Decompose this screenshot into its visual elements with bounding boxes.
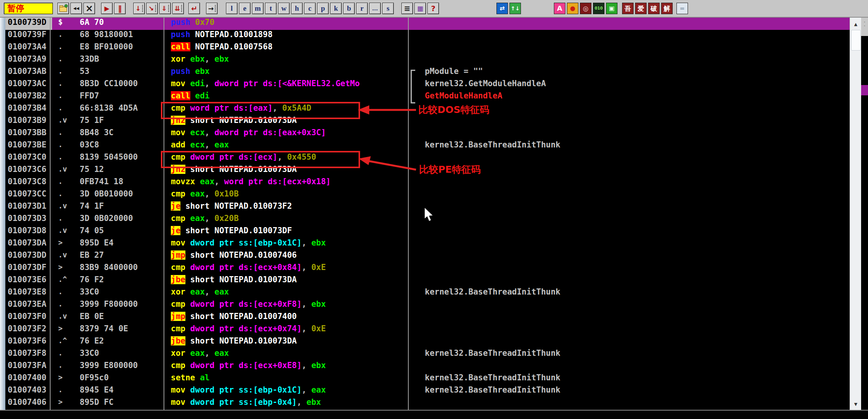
disasm-row[interactable]: 010073D3.3D 0B020000cmp eax, 0x20B [5,214,850,226]
view-runtrace-button[interactable]: ... [369,3,381,14]
plugin-ai-button[interactable]: 爱 [635,3,647,14]
disasm-row[interactable]: 010073AB.53push ebxpModule = "" [5,67,850,79]
disasm-row[interactable]: 010073E6.^76 F2jbe short NOTEPAD.010073D… [5,275,850,287]
view-cpu-button[interactable]: c [304,3,316,14]
disasm-row[interactable]: 010073BB.8B48 3Cmov ecx, dword ptr ds:[e… [5,128,850,140]
plugin-updown-button[interactable]: ↑↓ [509,3,521,14]
plugin-binary-button[interactable]: 010 [593,3,604,14]
instruction-token: eax [200,177,215,186]
disasm-row[interactable]: 01007400>0F95c0setne alkernel32.BaseThre… [5,373,850,385]
address-cell: 01007403 [5,385,52,398]
disasm-row[interactable]: 010073EA.3999 F800000cmp dword ptr ds:[e… [5,300,850,312]
disasm-row[interactable]: 010073E8.33C0xor eax, eaxkernel32.BaseTh… [5,287,850,300]
pause-button[interactable]: ‖ [114,3,126,14]
scrollbar-thumb[interactable] [851,30,861,51]
flow-prefix-cell: .v [52,165,80,177]
help-button[interactable]: ? [427,3,439,14]
plugin-swap-button[interactable]: ⇄ [496,3,508,14]
disasm-row[interactable]: 010073AC.8B3D CC10000mov edi, dword ptr … [5,79,850,91]
disasm-row[interactable]: 010073FA.3999 E800000cmp dword ptr ds:[e… [5,361,850,373]
address-cell: 010073F6 [5,336,52,349]
disasm-row[interactable]: 010073BE.03C8add ecx, eaxkernel32.BaseTh… [5,140,850,152]
address-cell: 010073D8 [5,226,52,238]
plugin-wu-button[interactable]: 吾 [622,3,634,14]
disasm-row[interactable]: 010073B9.v75 1Fjnz short NOTEPAD.010073D… [5,116,850,128]
vertical-scrollbar[interactable]: ▲ ▼ [850,18,861,410]
flow-prefix-cell: > [52,263,80,275]
scroll-down-button[interactable]: ▼ [850,399,861,409]
disasm-row[interactable]: 010073D8.v74 05je short NOTEPAD.010073DF [5,226,850,238]
view-callstack-button[interactable]: k [330,3,342,14]
disasm-row[interactable]: 0100739F.68 98180001push NOTEPAD.0100189… [5,30,850,42]
flow-prefix-cell: . [52,214,80,226]
plugin-jie-button[interactable]: 解 [661,3,673,14]
step-over-button[interactable]: ↘ [146,3,158,14]
view-source-button[interactable]: s [382,3,394,14]
view-executables-button[interactable]: e [239,3,251,14]
disasm-row[interactable]: 01007403.8945 E4mov dword ptr ss:[ebp-0x… [5,385,850,398]
run-button[interactable]: ▶ [101,3,113,14]
disasm-row[interactable]: 010073B2.FFD7call ediGetModuleHandleA [5,91,850,103]
plugin-a-button[interactable]: A [554,3,565,14]
animate-into-button[interactable]: ⇓ [159,3,171,14]
instruction-token: , [301,385,311,394]
plugin-blank-button[interactable]: = [676,3,688,14]
view-log-button[interactable]: l [226,3,237,14]
instruction-token: eax [190,214,205,223]
bottom-bar [0,411,868,419]
scroll-up-button[interactable]: ▲ [850,19,861,29]
animate-over-button[interactable]: ⇊ [172,3,184,14]
instruction-cell: mov dword ptr ss:[ebp-0x4], ebx [167,398,415,410]
disasm-row[interactable]: 010073F8.33C0xor eax, eaxkernel32.BaseTh… [5,349,850,361]
appearance-button[interactable]: ▦ [414,3,426,14]
disasm-row[interactable]: 010073F2>8379 74 0Ecmp dword ptr ds:[ecx… [5,324,850,336]
disasm-row[interactable]: 01007406>895D FCmov dword ptr ss:[ebp-0x… [5,398,850,410]
disasm-row[interactable]: 010073D1.v74 1Fje short NOTEPAD.010073F2 [5,201,850,214]
disasm-row[interactable]: 010073DD.vEB 27jmp short NOTEPAD.0100740… [5,250,850,263]
comment-cell [415,177,850,189]
view-windows-button[interactable]: w [278,3,290,14]
execute-till-return-button[interactable]: ↵ [188,3,200,14]
disasm-row[interactable]: 010073DF>83B9 8400000cmp dword ptr ds:[e… [5,263,850,275]
disasm-row[interactable]: 010073DA>895D E4mov dword ptr ss:[ebp-0x… [5,238,850,250]
plugin-circle-button[interactable]: ● [567,3,578,14]
disasm-row[interactable]: 010073F6.^76 E2jbe short NOTEPAD.010073D… [5,336,850,349]
flow-prefix-cell: . [52,300,80,312]
comment-cell [415,128,850,140]
instruction-token: , [297,398,306,407]
instruction-token [185,79,190,88]
address-column-divider[interactable] [50,18,51,410]
disasm-row[interactable]: 010073F0.vEB 0Ejmp short NOTEPAD.0100740… [5,312,850,324]
disasm-row[interactable]: 010073CC.3D 0B010000cmp eax, 0x10B [5,189,850,201]
execute-till-user-code-button[interactable]: → [206,3,218,14]
disasm-row[interactable]: 010073A4.E8 BF010000call NOTEPAD.0100756… [5,42,850,54]
opcode-bytes-cell: 6A 70 [80,18,167,30]
disasm-row[interactable]: 010073A9.33DBxor ebx, ebx [5,54,850,67]
plugin-window-button[interactable]: ▣ [606,3,617,14]
instruction-token: eax [311,385,326,394]
view-memory-button[interactable]: m [252,3,264,14]
windows-list-button[interactable]: ≡ [401,3,413,14]
step-into-button[interactable]: ↓ [133,3,145,14]
open-file-button[interactable] [57,3,69,14]
plugin-po-button[interactable]: 破 [648,3,660,14]
plugin-target-button[interactable]: ◎ [580,3,591,14]
view-handles-button[interactable]: h [291,3,303,14]
instruction-token [185,140,190,149]
close-button[interactable]: × [84,3,95,14]
view-patches-button[interactable]: p [317,3,329,14]
address-cell: 010073AC [5,79,52,91]
view-breakpoints-button[interactable]: b [343,3,355,14]
instruction-token: edi [190,79,205,88]
comment-column-divider[interactable] [408,18,409,410]
comment-text: kernel32.BaseThreadInitThunk [425,373,560,382]
instruction-token [195,373,200,382]
view-references-button[interactable]: r [356,3,368,14]
disassembly-pane[interactable]: 0100739D$6A 70push 0x700100739F.68 98180… [5,18,850,410]
view-threads-button[interactable]: t [265,3,277,14]
disasm-row[interactable]: 0100739D$6A 70push 0x70 [5,18,850,30]
restart-button[interactable]: ◀◀ [70,3,82,14]
disasm-row[interactable]: 010073C8.0FB741 18movzx eax, word ptr ds… [5,177,850,189]
opcode-column-divider[interactable] [164,18,164,410]
opcode-bytes-cell: 3D 0B020000 [80,214,167,226]
